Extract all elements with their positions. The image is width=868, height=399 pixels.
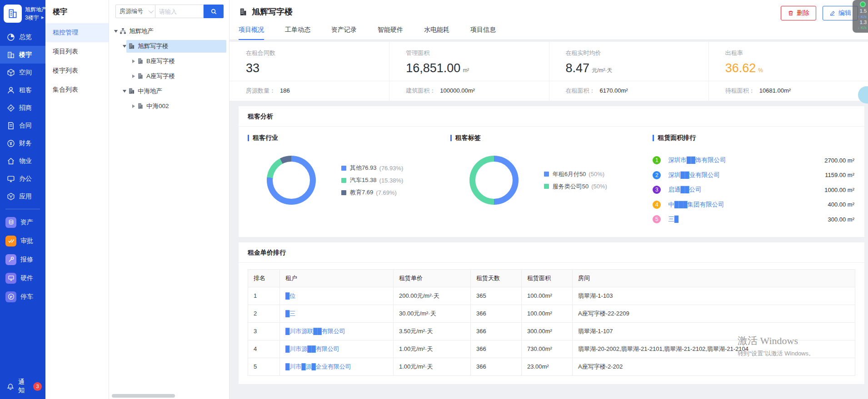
tenant-link[interactable]: 三█ (668, 215, 678, 223)
legend-item[interactable]: 服务类公司50(50%) (544, 182, 607, 191)
sidebar-item-apps[interactable]: 应用 (0, 187, 45, 205)
search-field-select[interactable]: 房源编号 (115, 5, 155, 18)
expand-caret-icon[interactable]: ▶ (41, 15, 44, 20)
area-value: 1000.00 m² (820, 187, 854, 193)
sidebar-item-building[interactable]: 楼宇 (0, 46, 45, 64)
sidebar-item-label: 审批 (20, 237, 33, 245)
delete-button[interactable]: 删除 (781, 6, 816, 20)
tab-2[interactable]: 资产记录 (331, 22, 357, 39)
cell-2: 30.00元/m²·天 (394, 305, 471, 322)
tenant-link-cell[interactable]: █川市源██有限公司 (280, 340, 394, 358)
sidebar-item-tenant[interactable]: 租客 (0, 81, 45, 99)
tree-node-4[interactable]: 中海地产 (109, 84, 229, 99)
search-button[interactable] (204, 5, 224, 18)
approval-icon (5, 236, 16, 246)
stat-1: 管理面积16,851.00m² (389, 42, 549, 81)
sidebar-app-parking[interactable]: P停车 (0, 287, 45, 306)
tree-node-content: 中海002 (135, 100, 226, 113)
sidebar-app-repair[interactable]: 报修 (0, 250, 45, 269)
tree-node-3[interactable]: A座写字楼 (109, 69, 229, 84)
sidebar-app-asset[interactable]: 资产 (0, 213, 45, 232)
horizontal-scrollbar[interactable] (112, 394, 226, 398)
tree-node-1[interactable]: 旭辉写字楼 (109, 39, 229, 54)
sidebar-item-space[interactable]: 空间 (0, 64, 45, 81)
legend-item[interactable]: 年租6月付50(50%) (544, 170, 607, 178)
tenant-link-cell[interactable]: █三 (280, 305, 394, 322)
bld-icon (128, 88, 135, 94)
legend-item[interactable]: 其他76.93(76.93%) (341, 164, 403, 172)
tab-1[interactable]: 工单动态 (285, 22, 310, 39)
sidebar-item-label: 应用 (19, 192, 32, 201)
menu-item-3[interactable]: 集合列表 (45, 80, 109, 99)
finance-icon (7, 139, 15, 148)
chevron-down-icon (149, 8, 154, 13)
stat-sub-label: 建筑面积： (406, 87, 435, 94)
sidebar-item-label: 招商 (19, 104, 32, 112)
tab-4[interactable]: 水电能耗 (424, 22, 449, 39)
sidebar-app-approval[interactable]: 审批 (0, 232, 45, 250)
caret-down-icon[interactable] (123, 90, 126, 93)
tenant-link[interactable]: 中███集团有限公司 (668, 201, 724, 209)
sidebar-item-merchant[interactable]: 招商 (0, 99, 45, 117)
legend-label: 其他76.93 (350, 164, 377, 172)
hardware-icon (5, 273, 16, 284)
tree-node-label: 中海002 (146, 102, 169, 110)
project-header: 旭辉写字楼 删除 编辑 项目概况工单动态资产记录智能硬件水电能耗项目信息 (229, 0, 868, 40)
area-rank-row: 3启通██公司1000.00 m² (653, 182, 854, 197)
stats-card: 在租合同数33管理面积16,851.00m²在租实时均价8.47元/m²·天出租… (229, 42, 868, 101)
menu-item-1[interactable]: 项目列表 (45, 42, 109, 61)
workspace-switcher[interactable]: 旭辉地产 3楼宇 ▶ (0, 0, 45, 28)
cell-3: 366 (471, 305, 522, 322)
tree-node-0[interactable]: 旭辉地产 (109, 24, 229, 39)
notification-item[interactable]: 通知 3 (0, 377, 45, 399)
tenant-icon (7, 86, 15, 94)
sidebar-app-hardware[interactable]: 硬件 (0, 269, 45, 287)
property-icon (7, 157, 15, 165)
stat-sub-label: 房源数量： (246, 87, 275, 94)
area-rank-row: 5三█300.00 m² (653, 212, 854, 227)
tenant-link[interactable]: 启通██公司 (668, 186, 701, 194)
tenant-link[interactable]: 深圳██业有限公司 (668, 171, 720, 179)
col-header-1: 租户 (280, 269, 394, 287)
caret-down-icon[interactable] (123, 45, 126, 48)
tab-5[interactable]: 项目信息 (470, 22, 496, 39)
sidebar-item-finance[interactable]: 财务 (0, 134, 45, 152)
search-input[interactable] (155, 5, 204, 18)
down-arrow-icon: ↓ (858, 25, 860, 30)
section-bar (653, 135, 654, 141)
legend-pct: (7.69%) (376, 189, 397, 196)
tree-node-2[interactable]: B座写字楼 (109, 54, 229, 69)
cell-3: 366 (471, 358, 522, 375)
stat-sub-1: 建筑面积：100000.00m² (389, 81, 549, 101)
area-rank-section: 租赁面积排行 1深圳市██饰有限公司2700.00 m²2深圳██业有限公司11… (653, 134, 855, 227)
tree-node-5[interactable]: 中海002 (109, 99, 229, 113)
tab-0[interactable]: 项目概况 (239, 22, 264, 40)
area-rank-list: 1深圳市██饰有限公司2700.00 m²2深圳██业有限公司1159.00 m… (653, 153, 855, 227)
tenant-link-cell[interactable]: █川市源联██有限公司 (280, 322, 394, 340)
legend-swatch-icon (341, 166, 346, 171)
parking-icon: P (5, 291, 16, 302)
building-tree: 旭辉地产旭辉写字楼B座写字楼A座写字楼中海地产中海002 (109, 24, 229, 113)
industry-donut-chart (267, 156, 316, 205)
secondary-menu-panel: 楼宇 租控管理项目列表楼宇列表集合列表 (45, 0, 109, 399)
caret-down-icon[interactable] (114, 30, 118, 33)
cell-0: 2 (248, 305, 280, 322)
sidebar-item-label: 租客 (19, 86, 32, 94)
sidebar-item-contract[interactable]: 合同 (0, 117, 45, 134)
sidebar-item-overview[interactable]: 总览 (0, 28, 45, 46)
sidebar-item-office[interactable]: 办公 (0, 170, 45, 187)
tenant-link-cell[interactable]: █位 (280, 287, 394, 305)
menu-item-0[interactable]: 租控管理 (45, 23, 109, 42)
tenant-link-cell[interactable]: █川市█源█企业有限公司 (280, 358, 394, 375)
tenant-link[interactable]: 深圳市██饰有限公司 (668, 156, 726, 164)
tag-legend: 年租6月付50(50%)服务类公司50(50%) (544, 166, 607, 195)
legend-item[interactable]: 汽车15.38(15.38%) (341, 176, 403, 184)
menu-item-2[interactable]: 楼宇列表 (45, 61, 109, 80)
legend-item[interactable]: 教育7.69(7.69%) (341, 188, 403, 197)
legend-label: 教育7.69 (350, 188, 373, 197)
stat-number: 36.62 (725, 61, 756, 75)
cell-4: 100.00m² (522, 287, 573, 305)
sidebar-item-property[interactable]: 物业 (0, 152, 45, 170)
tab-3[interactable]: 智能硬件 (378, 22, 403, 39)
section-title: 租赁面积排行 (658, 134, 696, 142)
